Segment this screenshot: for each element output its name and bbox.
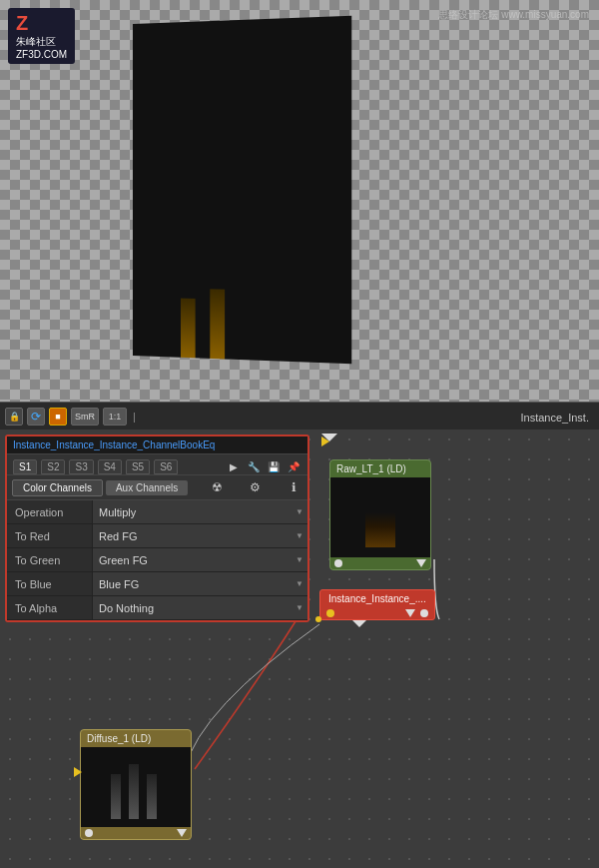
- color-channels-tab[interactable]: Color Channels: [12, 479, 103, 496]
- param-to-green: To Green Green FG ▼: [7, 548, 307, 572]
- node-raw-tri-down: [416, 559, 426, 567]
- viewport: 思络设计论坛 www.missyuan.com Z 朱峰社区 ZF3D.COM …: [0, 0, 599, 430]
- param-to-alpha: To Alpha Do Nothing ▼: [7, 596, 307, 620]
- node-diffuse[interactable]: Diffuse_1 (LD): [80, 729, 192, 840]
- tab-s1[interactable]: S1: [13, 459, 37, 474]
- tab-s5[interactable]: S5: [126, 459, 150, 474]
- watermark: 思络设计论坛 www.missyuan.com: [438, 8, 589, 22]
- node-raw-dot-left[interactable]: [334, 559, 342, 567]
- tab-s6[interactable]: S6: [154, 459, 178, 474]
- node-name-bar: Instance_Instance_Instance_ChannelBookEq: [7, 436, 307, 454]
- node-raw[interactable]: Raw_LT_1 (LD): [329, 459, 431, 570]
- node-instance-tri: [405, 609, 415, 617]
- gear-icon[interactable]: ⚙: [247, 478, 265, 496]
- node-raw-preview: [330, 477, 430, 557]
- param-value-to-red[interactable]: Red FG ▼: [92, 524, 307, 547]
- arrow-right-icon[interactable]: ▶: [226, 458, 242, 474]
- toolbar-divider: |: [133, 411, 136, 423]
- tab-s3[interactable]: S3: [69, 459, 93, 474]
- param-operation: Operation Multiply ▼: [7, 500, 307, 524]
- lock-icon[interactable]: 🔒: [5, 408, 23, 426]
- color-icon[interactable]: ■: [49, 408, 67, 426]
- diffuse-left-arrow: [74, 767, 82, 779]
- orbit-icon[interactable]: ⟳: [27, 408, 45, 426]
- node-diffuse-dot-left[interactable]: [85, 829, 93, 837]
- node-instance-dot-white[interactable]: [420, 609, 428, 617]
- node-diffuse-tri: [177, 829, 187, 837]
- tab-s4[interactable]: S4: [98, 459, 122, 474]
- info-icon[interactable]: ℹ: [285, 478, 302, 496]
- param-value-to-blue[interactable]: Blue FG ▼: [92, 572, 307, 595]
- param-value-operation[interactable]: Multiply ▼: [92, 500, 307, 523]
- param-value-to-alpha[interactable]: Do Nothing ▼: [92, 596, 307, 619]
- node-instance-dot-yellow[interactable]: [326, 609, 334, 617]
- viewport-toolbar: 🔒 ⟳ ■ SmR 1:1 | Instance_Inst.: [0, 402, 599, 430]
- param-to-red: To Red Red FG ▼: [7, 524, 307, 548]
- panel-connection-dot: [315, 616, 321, 622]
- save-icon[interactable]: 💾: [266, 458, 282, 474]
- param-label-to-blue: To Blue: [7, 578, 92, 590]
- top-connector: [321, 436, 329, 448]
- node-diffuse-header: Diffuse_1 (LD): [81, 730, 191, 747]
- param-label-to-green: To Green: [7, 554, 92, 566]
- node-raw-header: Raw_LT_1 (LD): [330, 460, 430, 477]
- parameter-panel: Instance_Instance_Instance_ChannelBookEq…: [5, 434, 309, 622]
- node-instance[interactable]: Instance_Instance_....: [319, 589, 435, 620]
- logo-z: Z: [16, 12, 28, 34]
- node-diffuse-connectors: [81, 827, 191, 839]
- pin-icon[interactable]: 📌: [286, 458, 301, 474]
- param-to-blue: To Blue Blue FG ▼: [7, 572, 307, 596]
- channel-tabs: Color Channels Aux Channels ☢ ⚙ ℹ: [7, 475, 307, 500]
- param-label-to-red: To Red: [7, 530, 92, 542]
- tab-row: S1 S2 S3 S4 S5 S6 ▶ 🔧 💾 📌: [7, 454, 307, 475]
- node-diffuse-preview: [81, 747, 191, 827]
- node-instance-connectors: [320, 607, 434, 619]
- param-value-to-green[interactable]: Green FG ▼: [92, 548, 307, 571]
- smr-label[interactable]: SmR: [71, 408, 99, 426]
- radioactive-icon[interactable]: ☢: [208, 478, 226, 496]
- zoom-btn[interactable]: 1:1: [103, 408, 127, 426]
- param-label-to-alpha: To Alpha: [7, 602, 92, 614]
- param-label-operation: Operation: [7, 506, 92, 518]
- logo: Z 朱峰社区 ZF3D.COM: [8, 8, 75, 64]
- logo-text: 朱峰社区 ZF3D.COM: [16, 35, 67, 60]
- aux-channels-tab[interactable]: Aux Channels: [106, 480, 188, 495]
- node-instance-label: Instance_Instance_....: [320, 590, 434, 607]
- node-raw-connectors: [330, 557, 430, 569]
- wrench-icon[interactable]: 🔧: [246, 458, 262, 474]
- svg-marker-1: [351, 619, 367, 627]
- viewport-label: Instance_Inst.: [521, 412, 590, 424]
- node-editor[interactable]: Instance_Instance_Instance_ChannelBookEq…: [0, 430, 599, 868]
- viewport-object: [133, 16, 351, 364]
- tab-s2[interactable]: S2: [41, 459, 65, 474]
